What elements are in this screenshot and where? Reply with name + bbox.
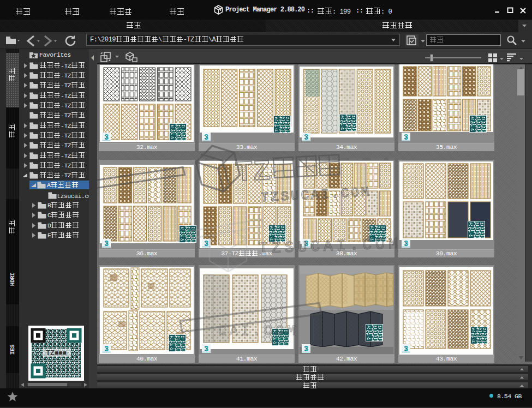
svg-text:3: 3 bbox=[204, 239, 208, 248]
svg-text:TZ■■■: TZ■■■ bbox=[46, 349, 67, 357]
svg-text:3: 3 bbox=[304, 133, 308, 141]
svg-text:3: 3 bbox=[204, 344, 208, 353]
svg-text:3: 3 bbox=[404, 239, 408, 248]
svg-text:3: 3 bbox=[104, 239, 109, 248]
svg-text:3: 3 bbox=[104, 133, 109, 141]
svg-text:3: 3 bbox=[204, 133, 208, 141]
svg-text:3: 3 bbox=[404, 133, 408, 141]
svg-text:3: 3 bbox=[304, 239, 308, 248]
svg-text:3: 3 bbox=[404, 344, 408, 353]
svg-text:3: 3 bbox=[104, 344, 109, 353]
svg-text:3: 3 bbox=[304, 344, 308, 353]
